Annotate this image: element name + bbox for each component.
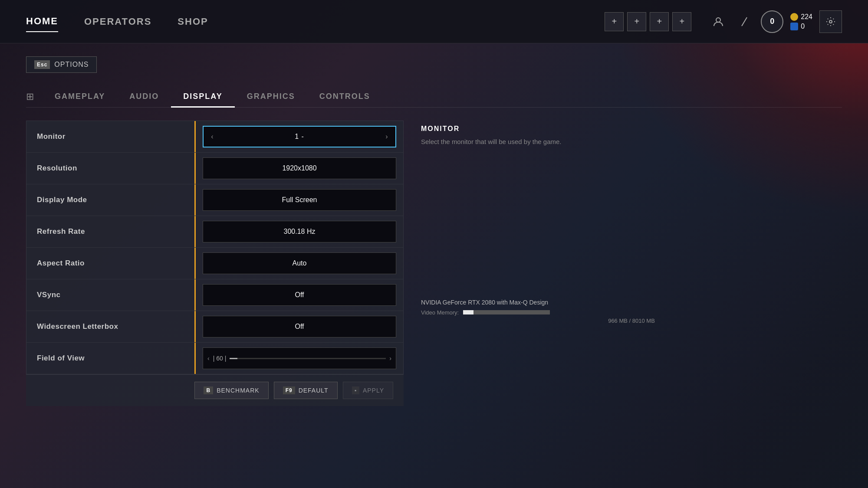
vsync-value-area: Off <box>196 284 403 306</box>
refresh-rate-label: Refresh Rate <box>37 227 85 236</box>
player-level: 0 <box>761 10 783 33</box>
tab-bar-icon: ⊞ <box>26 91 34 102</box>
table-row: Field of View ‹ | 60 | › <box>26 343 403 374</box>
monitor-label-area: Monitor <box>26 121 196 152</box>
resolution-value-area: 1920x1080 <box>196 157 403 179</box>
monitor-prev-arrow[interactable]: ‹ <box>204 127 221 147</box>
top-navigation: HOME OPERATORS SHOP + + + + 0 224 <box>0 0 868 43</box>
refresh-rate-value-area: 300.18 Hz <box>196 221 403 242</box>
fov-next-arrow[interactable]: › <box>389 355 391 362</box>
vram-bar-row: Video Memory: <box>421 309 842 316</box>
settings-rows-container: Monitor ‹ 1 - › Resolution <box>26 121 404 374</box>
vram-bar-fill <box>463 310 473 314</box>
svg-line-1 <box>742 17 747 26</box>
tab-gameplay[interactable]: GAMEPLAY <box>43 86 117 107</box>
widescreen-label: Widescreen Letterbox <box>37 322 118 331</box>
refresh-rate-label-area: Refresh Rate <box>26 216 196 247</box>
options-back-button[interactable]: Esc OPTIONS <box>26 56 97 73</box>
nav-plus-buttons: + + + + <box>605 12 691 31</box>
slash-icon <box>735 12 754 31</box>
display-mode-dropdown[interactable]: Full Screen <box>203 189 396 211</box>
aspect-ratio-label-area: Aspect Ratio <box>26 248 196 279</box>
currency-blue-row: 0 <box>790 23 812 30</box>
currency-gold-amount: 224 <box>801 13 812 21</box>
apply-key-badge: ▪ <box>352 386 359 394</box>
monitor-value-area: ‹ 1 - › <box>196 126 403 147</box>
refresh-rate-dropdown[interactable]: 300.18 Hz <box>203 221 396 242</box>
currency-display: 224 0 <box>790 13 812 30</box>
vsync-dropdown[interactable]: Off <box>203 284 396 306</box>
widescreen-dropdown[interactable]: Off <box>203 316 396 337</box>
default-key-badge: F9 <box>283 386 295 394</box>
display-mode-label-area: Display Mode <box>26 184 196 216</box>
apply-button[interactable]: ▪ APPLY <box>343 382 393 399</box>
table-row: Widescreen Letterbox Off <box>26 311 403 343</box>
nav-plus-3[interactable]: + <box>650 12 669 31</box>
info-panel-description: Select the monitor that will be used by … <box>421 137 573 147</box>
table-row: Aspect Ratio Auto <box>26 248 403 279</box>
svg-point-2 <box>829 20 832 23</box>
default-label: DEFAULT <box>299 387 329 394</box>
resolution-label-area: Resolution <box>26 153 196 184</box>
nav-links: HOME OPERATORS SHOP <box>26 11 605 32</box>
aspect-ratio-dropdown[interactable]: Auto <box>203 252 396 274</box>
gpu-name: NVIDIA GeForce RTX 2080 with Max-Q Desig… <box>421 299 842 306</box>
settings-info-panel: MONITOR Select the monitor that will be … <box>421 121 842 406</box>
svg-point-0 <box>716 18 720 22</box>
tab-graphics[interactable]: GRAPHICS <box>235 86 307 107</box>
table-row: VSync Off <box>26 279 403 311</box>
widescreen-value: Off <box>295 323 304 331</box>
currency-blue-amount: 0 <box>801 23 805 30</box>
monitor-value: 1 - <box>221 133 378 141</box>
table-row: Monitor ‹ 1 - › <box>26 121 403 153</box>
settings-toolbar: B BENCHMARK F9 DEFAULT ▪ APPLY <box>26 374 404 406</box>
fov-label: Field of View <box>37 354 85 363</box>
widescreen-label-area: Widescreen Letterbox <box>26 311 196 342</box>
nav-plus-2[interactable]: + <box>627 12 646 31</box>
esc-key-badge: Esc <box>34 60 50 69</box>
benchmark-button[interactable]: B BENCHMARK <box>194 382 268 399</box>
profile-icon[interactable] <box>709 12 728 31</box>
fov-prev-arrow[interactable]: ‹ <box>207 355 210 362</box>
main-content: Esc OPTIONS ⊞ GAMEPLAY AUDIO DISPLAY GRA… <box>0 43 868 419</box>
gold-icon <box>790 13 798 21</box>
display-mode-label: Display Mode <box>37 196 87 204</box>
fov-slider-control[interactable]: ‹ | 60 | › <box>203 347 396 369</box>
blue-currency-icon <box>790 23 798 30</box>
nav-home[interactable]: HOME <box>26 11 58 32</box>
fov-slider-fill <box>230 358 237 359</box>
benchmark-key-badge: B <box>204 386 213 394</box>
resolution-label: Resolution <box>37 164 77 173</box>
tab-audio[interactable]: AUDIO <box>117 86 171 107</box>
monitor-selector[interactable]: ‹ 1 - › <box>203 126 396 147</box>
currency-gold-row: 224 <box>790 13 812 21</box>
monitor-label: Monitor <box>37 132 66 141</box>
settings-tab-bar: ⊞ GAMEPLAY AUDIO DISPLAY GRAPHICS CONTRO… <box>26 86 842 108</box>
settings-button[interactable] <box>819 10 842 33</box>
vram-label: Video Memory: <box>421 309 459 316</box>
default-button[interactable]: F9 DEFAULT <box>274 382 338 399</box>
nav-plus-4[interactable]: + <box>672 12 691 31</box>
tab-display[interactable]: DISPLAY <box>171 86 234 107</box>
vram-bar-background <box>463 310 550 314</box>
fov-label-area: Field of View <box>26 343 196 374</box>
vsync-value: Off <box>295 291 304 299</box>
table-row: Display Mode Full Screen <box>26 184 403 216</box>
fov-value-area: ‹ | 60 | › <box>196 347 403 369</box>
display-mode-value: Full Screen <box>282 196 317 204</box>
nav-operators[interactable]: OPERATORS <box>84 12 151 32</box>
table-row: Refresh Rate 300.18 Hz <box>26 216 403 248</box>
aspect-ratio-value-area: Auto <box>196 252 403 274</box>
apply-label: APPLY <box>363 387 384 394</box>
aspect-ratio-value: Auto <box>293 259 307 267</box>
fov-slider-track[interactable] <box>230 358 386 359</box>
tab-controls[interactable]: CONTROLS <box>307 86 382 107</box>
settings-left-panel: Monitor ‹ 1 - › Resolution <box>26 121 404 406</box>
aspect-ratio-label: Aspect Ratio <box>37 259 85 268</box>
monitor-next-arrow[interactable]: › <box>378 127 395 147</box>
fov-current-value: | 60 | <box>213 355 227 362</box>
resolution-dropdown[interactable]: 1920x1080 <box>203 157 396 179</box>
nav-shop[interactable]: SHOP <box>178 12 208 32</box>
nav-plus-1[interactable]: + <box>605 12 624 31</box>
resolution-value: 1920x1080 <box>282 164 316 172</box>
